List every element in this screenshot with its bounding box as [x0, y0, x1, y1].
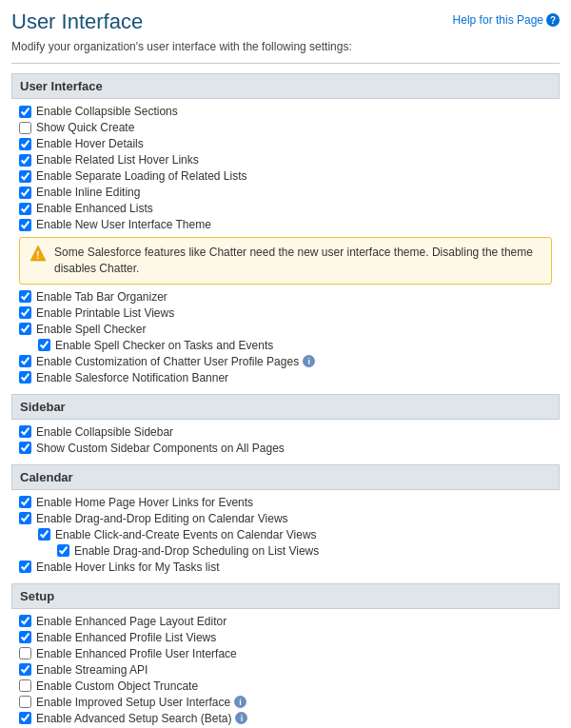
checkbox-advanced-setup-search[interactable] [19, 712, 31, 724]
checkbox-custom-sidebar[interactable] [19, 442, 31, 454]
list-item: Enable New User Interface Theme [19, 218, 552, 231]
list-item: Enable Tab Bar Organizer [19, 290, 552, 304]
label-drag-drop-calendar: Enable Drag-and-Drop Editing on Calendar… [36, 512, 288, 525]
checkbox-spell-checker[interactable] [19, 323, 31, 335]
label-click-create-events: Enable Click-and-Create Events on Calend… [55, 528, 317, 541]
checkbox-related-list-hover[interactable] [19, 154, 31, 167]
checkbox-list-ui: Enable Collapsible Sections Show Quick C… [11, 105, 560, 231]
label-new-ui-theme: Enable New User Interface Theme [36, 218, 211, 231]
list-item: Enable Salesforce Notification Banner [19, 371, 552, 384]
list-item: Enable Spell Checker on Tasks and Events [38, 339, 552, 352]
checkbox-streaming-api[interactable] [19, 663, 31, 676]
checkbox-enhanced-lists[interactable] [19, 203, 31, 215]
list-item: Enable Spell Checker [19, 323, 552, 336]
section-calendar: Calendar Enable Home Page Hover Links fo… [11, 464, 560, 574]
label-related-list-hover: Enable Related List Hover Links [36, 153, 199, 167]
checkbox-home-page-hover[interactable] [19, 496, 31, 508]
checkbox-notification-banner[interactable] [19, 371, 31, 384]
list-item: Enable Enhanced Profile List Views [19, 631, 552, 644]
checkbox-list-setup: Enable Enhanced Page Layout Editor Enabl… [11, 615, 560, 725]
checkbox-show-quick-create[interactable] [19, 122, 31, 134]
label-advanced-setup-search: Enable Advanced Setup Search (Beta) [36, 712, 231, 725]
section-sidebar: Sidebar Enable Collapsible Sidebar Show … [11, 394, 560, 455]
checkbox-list-sidebar: Enable Collapsible Sidebar Show Custom S… [11, 425, 560, 455]
top-divider [11, 63, 560, 64]
section-setup: Setup Enable Enhanced Page Layout Editor… [11, 583, 560, 725]
label-collapsible-sidebar: Enable Collapsible Sidebar [36, 425, 173, 439]
label-home-page-hover: Enable Home Page Hover Links for Events [36, 496, 253, 509]
checkbox-drag-drop-scheduling[interactable] [57, 544, 69, 557]
checkbox-inline-editing[interactable] [19, 187, 31, 199]
label-custom-sidebar: Show Custom Sidebar Components on All Pa… [36, 442, 285, 455]
list-item: Enable Separate Loading of Related Lists [19, 169, 552, 183]
list-item: Show Quick Create [19, 121, 552, 134]
list-item: Enable Enhanced Page Layout Editor [19, 615, 552, 628]
label-enhanced-profile-user: Enable Enhanced Profile User Interface [36, 647, 237, 660]
checkbox-new-ui-theme[interactable] [19, 219, 31, 231]
help-icon: ? [546, 13, 560, 27]
checkbox-collapsible-sections[interactable] [19, 106, 31, 118]
list-item: Enable Related List Hover Links [19, 153, 552, 167]
label-hover-details: Enable Hover Details [36, 137, 144, 150]
checkbox-custom-object-truncate[interactable] [19, 679, 31, 692]
warning-icon: ! [30, 245, 47, 262]
page-wrapper: User Interface Help for this Page ? Modi… [0, 0, 571, 728]
checkbox-spell-checker-tasks[interactable] [38, 339, 50, 351]
list-item: Enable Collapsible Sections [19, 105, 552, 118]
label-custom-object-truncate: Enable Custom Object Truncate [36, 679, 198, 693]
list-item: Enable Collapsible Sidebar [19, 425, 552, 439]
section-header-user-interface: User Interface [11, 73, 560, 99]
label-tab-bar-organizer: Enable Tab Bar Organizer [36, 290, 167, 304]
label-enhanced-page-layout: Enable Enhanced Page Layout Editor [36, 615, 226, 628]
list-item: Enable Improved Setup User Interface i [19, 696, 552, 709]
checkbox-separate-loading[interactable] [19, 170, 31, 183]
checkbox-click-create-events[interactable] [38, 528, 50, 541]
checkbox-collapsible-sidebar[interactable] [19, 425, 31, 438]
section-header-calendar: Calendar [11, 464, 560, 490]
chatter-profile-info-icon[interactable]: i [303, 355, 315, 367]
list-item: Enable Click-and-Create Events on Calend… [38, 528, 552, 541]
list-item: Enable Hover Links for My Tasks list [19, 561, 552, 574]
list-item: Enable Inline Editing [19, 186, 552, 199]
list-item: Enable Enhanced Lists [19, 202, 552, 215]
warning-banner: ! Some Salesforce features like Chatter … [19, 237, 552, 285]
label-streaming-api: Enable Streaming API [36, 663, 148, 677]
label-improved-setup-ui: Enable Improved Setup User Interface [36, 696, 230, 709]
advanced-setup-info-icon[interactable]: i [235, 712, 247, 724]
improved-setup-info-icon[interactable]: i [234, 696, 246, 708]
list-item: Enable Customization of Chatter User Pro… [19, 355, 552, 368]
checkbox-tab-bar-organizer[interactable] [19, 290, 31, 303]
checkbox-list-ui-2: Enable Tab Bar Organizer Enable Printabl… [11, 290, 560, 384]
list-item: Enable Hover Details [19, 137, 552, 150]
checkbox-improved-setup-ui[interactable] [19, 696, 31, 708]
checkbox-enhanced-page-layout[interactable] [19, 615, 31, 627]
list-item: Enable Enhanced Profile User Interface [19, 647, 552, 660]
list-item: Enable Printable List Views [19, 306, 552, 320]
page-title: User Interface [11, 10, 143, 34]
list-item: Enable Streaming API [19, 663, 552, 677]
section-header-setup: Setup [11, 583, 560, 609]
label-enhanced-profile-list: Enable Enhanced Profile List Views [36, 631, 216, 644]
page-description: Modify your organization's user interfac… [11, 40, 560, 53]
label-enhanced-lists: Enable Enhanced Lists [36, 202, 153, 215]
label-separate-loading: Enable Separate Loading of Related Lists [36, 169, 247, 183]
checkbox-printable-list-views[interactable] [19, 306, 31, 319]
label-spell-checker: Enable Spell Checker [36, 323, 146, 336]
checkbox-enhanced-profile-user[interactable] [19, 647, 31, 659]
label-printable-list-views: Enable Printable List Views [36, 306, 174, 320]
list-item: Enable Drag-and-Drop Editing on Calendar… [19, 512, 552, 525]
label-spell-checker-tasks: Enable Spell Checker on Tasks and Events [55, 339, 273, 352]
svg-text:!: ! [36, 250, 39, 261]
checkbox-drag-drop-calendar[interactable] [19, 512, 31, 524]
checkbox-enhanced-profile-list[interactable] [19, 631, 31, 643]
label-inline-editing: Enable Inline Editing [36, 186, 140, 199]
help-link[interactable]: Help for this Page ? [453, 13, 560, 27]
warning-text: Some Salesforce features like Chatter ne… [54, 245, 541, 277]
label-hover-links-tasks: Enable Hover Links for My Tasks list [36, 561, 220, 574]
checkbox-hover-details[interactable] [19, 138, 31, 150]
checkbox-chatter-profile-pages[interactable] [19, 355, 31, 367]
checkbox-hover-links-tasks[interactable] [19, 561, 31, 573]
section-user-interface: User Interface Enable Collapsible Sectio… [11, 73, 560, 384]
help-link-text: Help for this Page [453, 13, 543, 27]
list-item: Enable Drag-and-Drop Scheduling on List … [57, 544, 552, 558]
